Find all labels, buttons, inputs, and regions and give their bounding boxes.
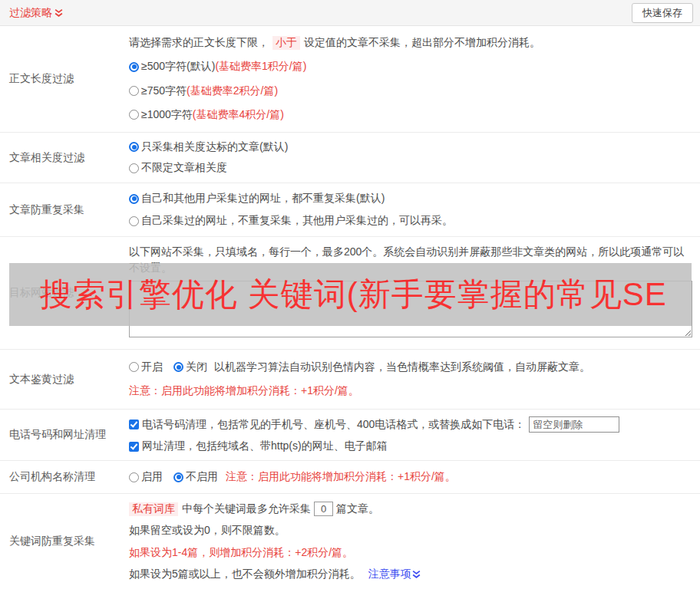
row-label: 文章防重复采集 [0,183,129,236]
porn-filter-description: 以机器学习算法自动识别色情内容，当色情概率达到系统阈值，自动屏蔽文章。 [214,360,590,374]
section-title: 过滤策略 [9,6,52,20]
radio-icon[interactable] [129,62,139,72]
radio-icon[interactable] [129,362,139,372]
porn-filter-note: 注意：启用此功能将增加积分消耗：+1积分/篇。 [129,384,692,398]
radio-option-disable[interactable]: 不启用 [173,470,218,484]
max-articles-input[interactable] [314,502,333,516]
private-lexicon-highlight[interactable]: 私有词库 [129,502,178,516]
radio-icon[interactable] [173,362,183,372]
row-relevance-filter: 文章相关度过滤 只采集相关度达标的文章(默认) 不限定文章相关度 [0,133,700,183]
watermark-text: 搜索引擎优化 关键词(新手要掌握的常见SE [40,273,667,316]
section-title-toggle[interactable]: 过滤策略 [9,6,63,20]
keyword-dedup-note-1: 如果留空或设为0，则不限篇数。 [129,524,692,538]
row-content-length-filter: 正文长度过滤 请选择需求的正文长度下限， 小于 设定值的文章不采集，超出部分不增… [0,26,700,133]
quick-save-button[interactable]: 快速保存 [632,3,693,23]
radio-icon[interactable] [173,472,183,482]
radio-icon[interactable] [129,86,139,96]
radio-icon[interactable] [129,472,139,482]
radio-option-750[interactable]: ≥750字符 (基础费率2积分/篇) [129,84,692,98]
row-company-name-cleanup: 公司机构名称清理 启用 不启用 注意：启用此功能将增加积分消耗：+1积分/篇。 [0,461,700,494]
row-label: 正文长度过滤 [0,26,129,132]
watermark-banner: 搜索引擎优化 关键词(新手要掌握的常见SE [9,263,692,326]
row-label: 电话号码和网址清理 [0,410,129,460]
row-label: 关键词防重复采集 [0,494,129,589]
row-label: 公司机构名称清理 [0,461,129,493]
chevron-double-down-icon [54,8,63,18]
radio-icon[interactable] [129,110,139,120]
radio-option-enable[interactable]: 开启 [129,360,163,374]
radio-icon[interactable] [129,163,139,173]
radio-icon[interactable] [129,194,139,204]
radio-option-dedup-all[interactable]: 自己和其他用户采集过的网址，都不重复采集(默认) [129,192,692,206]
row-porn-filter: 文本鉴黄过滤 开启 关闭 以机器学习算法自动识别色情内容，当色情概率达到系统阈值… [0,350,700,410]
radio-option-enable[interactable]: 启用 [129,470,163,484]
company-cleanup-note: 注意：启用此功能将增加积分消耗：+1积分/篇。 [226,470,456,484]
row-label: 文本鉴黄过滤 [0,350,129,409]
rate-note: (基础费率4积分/篇) [193,108,284,122]
content-length-intro: 请选择需求的正文长度下限， 小于 设定值的文章不采集，超出部分不增加积分消耗。 [129,36,692,50]
radio-icon[interactable] [129,216,139,226]
checkbox-url-cleanup[interactable]: 网址清理，包括纯域名、带http(s)的网址、电子邮箱 [129,439,388,453]
keyword-dedup-note-2: 如果设为1-4篇，则增加积分消耗：+2积分/篇。 [129,546,692,560]
radio-option-500[interactable]: ≥500字符(默认) (基础费率1积分/篇) [129,60,692,74]
section-header: 过滤策略 快速保存 [0,0,700,26]
row-label: 文章相关度过滤 [0,133,129,183]
row-dedup-collect: 文章防重复采集 自己和其他用户采集过的网址，都不重复采集(默认) 自己采集过的网… [0,183,700,237]
radio-option-dedup-self[interactable]: 自己采集过的网址，不重复采集，其他用户采集过的，可以再采。 [129,214,692,228]
rate-note: (基础费率2积分/篇) [187,84,278,98]
notice-link[interactable]: 注意事项 [368,568,421,581]
row-keyword-dedup: 关键词防重复采集 私有词库 中每个关键词最多允许采集 篇文章。 如果留空或设为0… [0,494,700,589]
radio-option-relevant-only[interactable]: 只采集相关度达标的文章(默认) [129,140,692,154]
rate-note: (基础费率1积分/篇) [215,60,306,74]
radio-icon[interactable] [129,142,139,152]
keyword-dedup-note-3: 如果设为5篇或以上，也不会额外增加积分消耗。 [129,568,361,581]
lt-highlight: 小于 [272,36,300,50]
chevron-double-down-icon [412,570,421,579]
radio-option-no-limit[interactable]: 不限定文章相关度 [129,161,692,175]
filter-strategy-page: 过滤策略 快速保存 正文长度过滤 请选择需求的正文长度下限， 小于 设定值的文章… [0,0,700,589]
checkbox-phone-cleanup[interactable]: 电话号码清理，包括常见的手机号、座机号、400电话格式，或替换成如下电话： [129,418,525,432]
radio-option-disable[interactable]: 关闭 [173,360,207,374]
radio-option-1000[interactable]: ≥1000字符 (基础费率4积分/篇) [129,108,692,122]
checkbox-icon[interactable] [129,420,139,429]
row-phone-url-cleanup: 电话号码和网址清理 电话号码清理，包括常见的手机号、座机号、400电话格式，或替… [0,410,700,461]
checkbox-icon[interactable] [129,442,139,452]
replacement-phone-input[interactable] [529,416,619,433]
